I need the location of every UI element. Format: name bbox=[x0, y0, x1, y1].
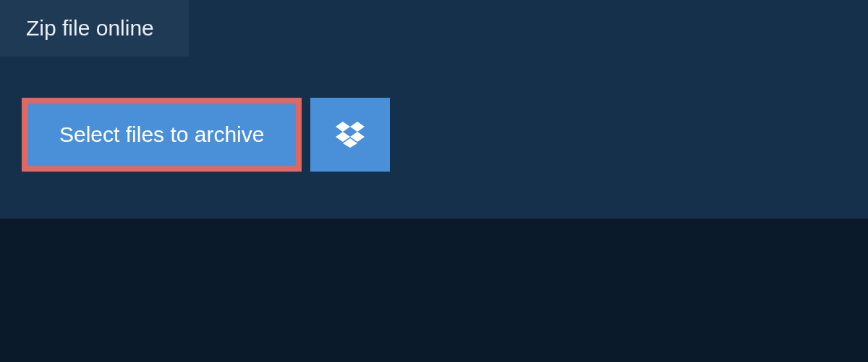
select-files-label: Select files to archive bbox=[59, 122, 264, 147]
main-panel: Zip file online Select files to archive bbox=[0, 0, 868, 219]
tab-label: Zip file online bbox=[26, 16, 154, 40]
tab-zip-file-online[interactable]: Zip file online bbox=[0, 0, 189, 56]
dropbox-icon bbox=[336, 122, 365, 148]
dropbox-button[interactable] bbox=[310, 98, 390, 172]
button-row: Select files to archive bbox=[22, 98, 390, 172]
select-files-button[interactable]: Select files to archive bbox=[22, 98, 302, 172]
